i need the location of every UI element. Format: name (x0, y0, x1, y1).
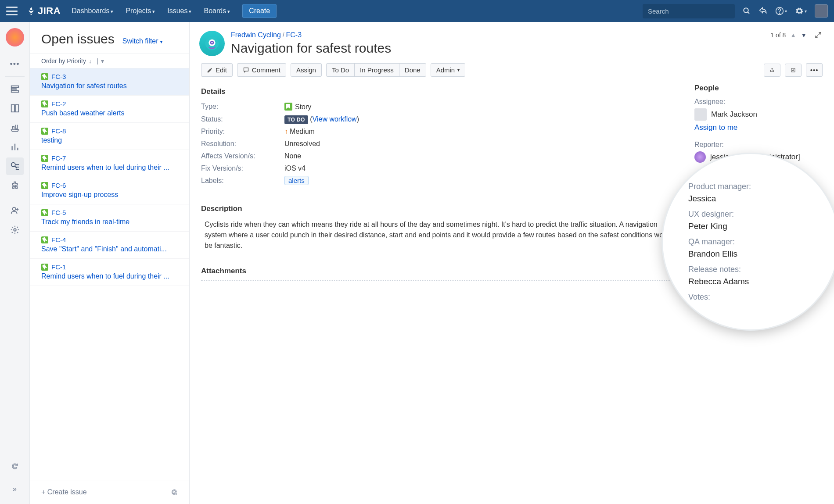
story-type-icon (41, 236, 48, 243)
share-button[interactable] (764, 64, 780, 77)
edit-button[interactable]: Edit (201, 63, 233, 77)
comment-button[interactable]: Comment (237, 63, 286, 77)
settings-icon[interactable]: ▾ (795, 7, 807, 15)
qa-label: QA manager: (688, 237, 817, 247)
issue-pager: 1 of 8 ▲ ▼ (770, 32, 822, 39)
components-icon[interactable] (6, 177, 24, 194)
svg-point-24 (211, 42, 212, 43)
story-type-icon (41, 182, 48, 189)
transition-done-button[interactable]: Done (399, 63, 426, 77)
resolution-label: Resolution: (201, 140, 284, 148)
reporter-label: Reporter: (694, 141, 822, 149)
issue-key: FC-5 (51, 209, 66, 216)
help-icon[interactable]: ▾ (775, 7, 787, 15)
issue-key: FC-3 (51, 73, 66, 80)
user-avatar[interactable] (815, 4, 828, 18)
assignee-avatar (694, 108, 707, 121)
nav-dashboards[interactable]: Dashboards▾ (72, 7, 113, 15)
type-value: Story (284, 103, 311, 111)
issue-toolbar: Edit Comment Assign To Do In Progress Do… (190, 56, 834, 84)
issue-list-item[interactable]: FC-1Remind users when to fuel during the… (30, 259, 189, 286)
expand-icon[interactable] (815, 32, 822, 39)
ship-icon[interactable] (6, 119, 24, 136)
status-label: Status: (201, 115, 284, 123)
affects-value: None (284, 152, 301, 160)
svg-line-1 (748, 12, 749, 14)
svg-rect-5 (11, 88, 16, 90)
project-avatar-icon (199, 31, 225, 56)
switch-filter-link[interactable]: Switch filter ▾ (122, 37, 162, 45)
create-button[interactable]: Create (242, 4, 277, 18)
magnifier-overlay: Product manager: Jessica UX designer: Pe… (663, 154, 834, 329)
project-avatar-small[interactable] (6, 28, 24, 46)
issue-list-item[interactable]: FC-6Improve sign-up process (30, 177, 189, 204)
issue-key: FC-7 (51, 154, 66, 162)
search-icon[interactable] (743, 7, 751, 15)
assignee-label: Assignee: (694, 98, 822, 106)
refresh-list-icon[interactable] (171, 489, 178, 496)
hamburger-menu-icon[interactable] (6, 7, 18, 15)
assign-to-me-link[interactable]: Assign to me (694, 123, 737, 132)
refresh-rail-icon[interactable] (6, 458, 24, 475)
attachments-heading: Attachments••• (201, 267, 679, 275)
issue-detail-panel: View all issues and filters Fredwin Cycl… (190, 22, 834, 504)
issue-key: FC-8 (51, 127, 66, 135)
votes-label: Votes: (688, 293, 817, 302)
pm-label: Product manager: (688, 182, 817, 191)
project-breadcrumb[interactable]: Fredwin Cycling (231, 31, 281, 39)
nav-projects[interactable]: Projects▾ (126, 7, 155, 15)
jira-logo[interactable]: JIRA (26, 5, 61, 17)
order-by-control[interactable]: Order by Priority↓ | ▾ (30, 54, 189, 68)
svg-point-12 (11, 163, 15, 167)
export-button[interactable] (785, 64, 802, 77)
reports-icon[interactable] (6, 138, 24, 156)
collapse-icon[interactable]: » (6, 480, 24, 498)
story-type-icon (41, 100, 48, 107)
nav-boards[interactable]: Boards▾ (204, 7, 230, 15)
transition-todo-button[interactable]: To Do (326, 63, 355, 77)
assignee-value: Mark Jackson (711, 110, 757, 119)
create-issue-link[interactable]: + Create issue (41, 488, 87, 496)
board-icon[interactable] (6, 100, 24, 117)
type-label: Type: (201, 103, 284, 111)
view-workflow-link[interactable]: View workflow (313, 115, 357, 123)
issue-list-item[interactable]: FC-3Navigation for safest routes (30, 68, 189, 96)
issue-list-item[interactable]: FC-4Save "Start" and "Finish" and automa… (30, 232, 189, 259)
project-settings-icon[interactable] (6, 221, 24, 239)
svg-point-20 (14, 229, 16, 231)
svg-point-17 (12, 207, 15, 211)
svg-point-0 (744, 8, 748, 13)
backlog-icon[interactable] (6, 80, 24, 98)
ux-label: UX designer: (688, 210, 817, 219)
qa-value: Brandon Ellis (688, 249, 817, 259)
svg-rect-8 (15, 105, 18, 112)
search-input[interactable] (643, 4, 735, 18)
left-rail: ••• » (0, 22, 30, 504)
more-actions-button[interactable]: ••• (806, 63, 823, 77)
fix-value[interactable]: iOS v4 (284, 164, 306, 172)
svg-rect-6 (11, 91, 18, 93)
transition-inprogress-button[interactable]: In Progress (354, 63, 399, 77)
story-type-icon (41, 73, 48, 80)
issue-list-item[interactable]: FC-5Track my friends in real-time (30, 204, 189, 232)
admin-button[interactable]: Admin ▾ (431, 63, 466, 77)
issue-list-item[interactable]: FC-2Push based weather alerts (30, 96, 189, 123)
feedback-icon[interactable] (759, 7, 767, 15)
issue-list-panel: Open issues Switch filter ▾ Order by Pri… (30, 22, 190, 504)
issue-summary: Remind users when to fuel during their .… (41, 272, 178, 280)
label-tag[interactable]: alerts (284, 176, 309, 185)
issue-list-item[interactable]: FC-8testing (30, 123, 189, 150)
story-type-icon (41, 264, 48, 271)
issue-list-item[interactable]: FC-7Remind users when to fuel during the… (30, 150, 189, 177)
nav-issues[interactable]: Issues▾ (167, 7, 191, 15)
issue-key-breadcrumb[interactable]: FC-3 (286, 31, 302, 39)
labels-label: Labels: (201, 177, 284, 185)
assign-button[interactable]: Assign (291, 63, 322, 77)
rail-more-icon[interactable]: ••• (6, 55, 24, 73)
pager-next-icon[interactable]: ▼ (801, 32, 807, 39)
issues-icon[interactable] (6, 157, 24, 175)
add-user-icon[interactable] (6, 202, 24, 219)
issue-key: FC-4 (51, 236, 66, 243)
pager-prev-icon[interactable]: ▲ (790, 32, 796, 39)
issue-summary: Navigation for safest routes (41, 82, 178, 90)
